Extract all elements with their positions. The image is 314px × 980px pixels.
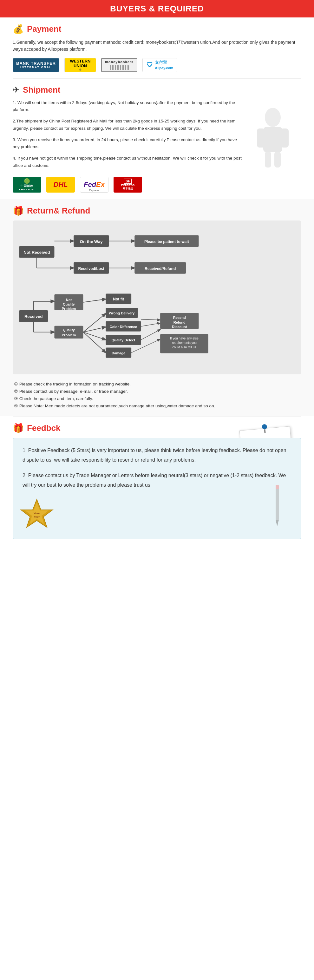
svg-text:Not Received: Not Received [24,250,50,255]
svg-rect-2 [257,129,265,148]
shipment-content: 1. We will sent the items within 2-5days… [13,99,301,173]
svg-rect-3 [281,129,289,148]
alipay-logo: 🛡 支付宝Alipay.com [143,58,177,72]
feedback-paragraph-2: 2. Please contact us by Trade Manager or… [22,471,292,490]
sf-express-logo: SF EXPRESS 顺丰速运 [114,177,142,192]
svg-rect-4 [265,152,271,167]
svg-text:Text: Text [34,515,40,519]
refund-notes: ① Please check the tracking in formation… [13,381,301,410]
refund-note-3: ③ Check the package and Item, carefully. [13,395,301,402]
refund-note-4: ④ Please Note: Men made defects are not … [13,402,301,410]
svg-text:Problem: Problem [62,333,76,337]
svg-rect-5 [274,152,281,167]
feedback-section-icon: 🎁 [13,423,24,433]
svg-text:Resend: Resend [173,316,186,320]
shipment-point-2: 2.The shipment by China Post Registered … [13,118,244,132]
page-header: BUYERS & REQUIRED [0,0,314,18]
svg-rect-68 [276,485,279,489]
flowchart-wrapper: Not Received On the Way Please be patien… [13,221,301,375]
shipment-text: 1. We will sent the items within 2-5days… [13,99,244,173]
payment-heading: Payment [27,24,61,34]
svg-marker-67 [276,520,279,526]
shipment-point-4: 4. If you have not got it within the shi… [13,155,244,169]
star-badge: Your Text [19,498,54,533]
payment-logos: BANK TRANSFER INTERNATIONAL WESTERN UNIO… [13,58,301,72]
svg-text:Quality: Quality [63,302,75,306]
svg-text:Not: Not [66,298,72,302]
china-post-logo: 🟢 中国邮政 CHINA POST [13,177,41,192]
svg-rect-1 [263,127,282,152]
shipment-title-row: ✈ Shipment [13,85,301,95]
svg-text:Discount: Discount [172,325,187,329]
svg-text:Not fit: Not fit [113,297,124,301]
svg-text:Received/Refund: Received/Refund [144,266,176,271]
payment-section: 💰 Payment 1.Generally, we accept the fol… [0,18,314,78]
svg-text:Quality Defect: Quality Defect [111,338,135,342]
svg-point-0 [265,108,281,127]
refund-heading: Return& Refund [27,206,90,216]
shipment-point-1: 1. We will sent the items within 2-5days… [13,99,244,114]
refund-icon: 🎁 [13,205,24,216]
svg-text:Quality: Quality [63,328,75,332]
svg-text:Your: Your [33,512,40,515]
pencil-illustration [273,485,282,533]
page-title: BUYERS & REQUIRED [0,4,314,14]
payment-title-row: 💰 Payment [13,24,301,34]
delivery-illustration [244,99,301,173]
svg-text:could also tell us: could also tell us [173,345,196,349]
fedex-logo: FedEx Express [80,177,108,192]
feedback-paragraph-1: 1. Positive Feedback (5 Stars) is very i… [22,446,292,465]
svg-text:Received/Lost: Received/Lost [78,266,104,271]
svg-text:Please be patient to wait: Please be patient to wait [144,240,189,244]
payment-description: 1.Generally, we accept the following pay… [13,39,301,53]
moneybookers-logo: moneybookers [101,58,137,72]
shipment-heading: Shipment [23,85,60,95]
refund-note-2: ② Please contact us by meesage, e-mail, … [13,388,301,395]
refund-title-row: 🎁 Return& Refund [13,205,301,216]
refund-note-1: ① Please check the tracking in formation… [13,381,301,388]
payment-icon: 💰 [13,24,24,34]
courier-logos: 🟢 中国邮政 CHINA POST DHL FedEx Express SF E… [13,177,301,192]
western-union-logo: WESTERN UNION ® [64,58,96,72]
dhl-logo: DHL [46,177,75,192]
feedback-container: Feedback 1. Positive Feedback (5 Stars) … [13,438,301,539]
svg-text:On the Way: On the Way [80,239,103,244]
shipment-section: ✈ Shipment 1. We will sent the items wit… [0,79,314,199]
svg-text:Wrong Delivery: Wrong Delivery [109,311,135,315]
svg-text:Problem: Problem [62,307,76,310]
svg-rect-66 [276,485,279,520]
feedback-body: 1. Positive Feedback (5 Stars) is very i… [13,438,301,539]
svg-text:Color Difference: Color Difference [110,325,137,329]
shipment-point-3: 3. When you receive the items you ordere… [13,137,244,151]
flowchart-svg: Not Received On the Way Please be patien… [13,221,301,374]
shipment-icon: ✈ [13,85,20,95]
svg-text:Received: Received [24,314,43,319]
svg-text:Damage: Damage [112,351,125,355]
refund-section: 🎁 Return& Refund Not Received On the Way… [0,199,314,416]
svg-text:requirements you: requirements you [172,341,197,345]
feedback-section: 🎁 Feedbck Feedback 1. Positive Feedback … [0,417,314,546]
svg-text:Refund: Refund [173,320,186,324]
svg-text:If you have any else: If you have any else [170,337,198,340]
feedback-heading: Feedbck [27,423,60,433]
bank-transfer-logo: BANK TRANSFER INTERNATIONAL [13,58,59,72]
